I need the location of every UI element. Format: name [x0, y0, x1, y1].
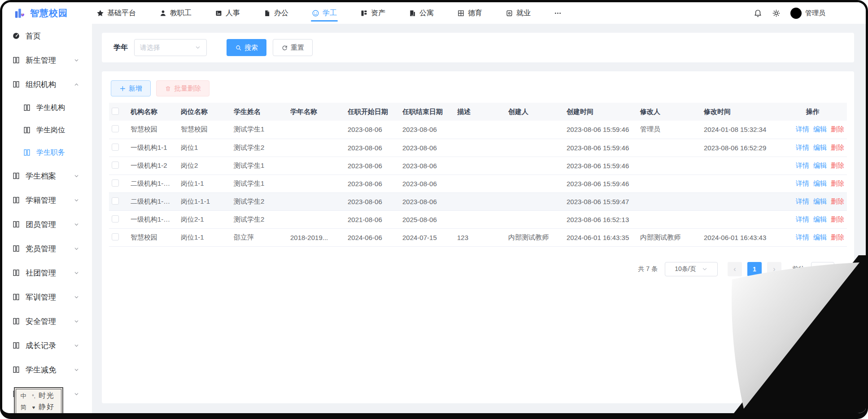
cell	[636, 175, 699, 192]
edit-link[interactable]: 编辑	[813, 233, 827, 241]
row-checkbox[interactable]	[112, 161, 119, 169]
nav-item-6[interactable]: 公寓	[409, 2, 434, 24]
detail-link[interactable]: 详情	[796, 215, 809, 223]
next-page-button[interactable]: ›	[767, 262, 781, 276]
book-icon	[12, 80, 20, 88]
sidebar-subitem-2-1[interactable]: 学生岗位	[2, 119, 92, 141]
sidebar-item-9[interactable]: 安全管理	[2, 309, 92, 333]
cell	[636, 210, 699, 228]
row-checkbox[interactable]	[112, 125, 119, 132]
row-actions: 详情编辑删除	[778, 139, 847, 157]
stamp-text: 时光	[39, 391, 59, 401]
cell: 2018-2019...	[286, 228, 343, 246]
row-actions: 详情编辑删除	[778, 157, 847, 175]
nav-item-more[interactable]	[554, 2, 562, 24]
bell-icon[interactable]	[754, 9, 762, 17]
edit-link[interactable]: 编辑	[813, 215, 827, 223]
nav-item-label: 资产	[371, 9, 385, 18]
edit-link[interactable]: 编辑	[813, 179, 827, 187]
column-header-7: 创建人	[504, 103, 562, 121]
prev-page-button[interactable]: ‹	[728, 262, 742, 276]
delete-link[interactable]: 删除	[831, 233, 844, 241]
sidebar-item-1[interactable]: 新生管理	[2, 48, 92, 72]
sidebar-subitem-2-2[interactable]: 学生职务	[2, 141, 92, 164]
book-icon	[12, 293, 20, 301]
sidebar-item-11[interactable]: 学生减免	[2, 358, 92, 382]
reset-button[interactable]: 重置	[273, 39, 313, 56]
photo-icon	[215, 9, 222, 17]
cell	[504, 192, 562, 210]
nav-item-1[interactable]: 教职工	[159, 2, 192, 24]
row-checkbox[interactable]	[112, 179, 119, 187]
search-panel: 学年 请选择 搜索 重置	[102, 33, 854, 62]
column-header-10: 修改时间	[699, 103, 778, 121]
book-icon	[23, 126, 31, 134]
batch-delete-button[interactable]: 批量删除	[156, 80, 209, 96]
sidebar-item-2[interactable]: 组织机构	[2, 72, 92, 96]
row-actions: 详情编辑删除	[778, 210, 847, 228]
sidebar-item-6[interactable]: 党员管理	[2, 236, 92, 261]
detail-link[interactable]: 详情	[796, 179, 809, 187]
nav-item-5[interactable]: 资产	[360, 2, 385, 24]
row-checkbox[interactable]	[112, 233, 119, 240]
row-checkbox[interactable]	[112, 215, 119, 223]
select-all-checkbox[interactable]	[112, 108, 119, 115]
sidebar-item-7[interactable]: 社团管理	[2, 261, 92, 285]
page-1-button[interactable]: 1	[747, 262, 762, 276]
gear-icon[interactable]	[772, 9, 781, 17]
delete-link[interactable]: 删除	[831, 144, 844, 151]
nav-item-8[interactable]: 就业	[506, 2, 531, 24]
nav-item-label: 基础平台	[107, 9, 136, 18]
page-size-select[interactable]: 10条/页	[665, 262, 718, 276]
chevron-down-icon	[195, 44, 201, 51]
chevron-down-icon	[74, 319, 79, 324]
nav-item-3[interactable]: 办公	[263, 2, 288, 24]
cell: 2023-08-06	[398, 121, 453, 139]
sidebar-item-10[interactable]: 成长记录	[2, 333, 92, 358]
cell: 一级机构1-1	[126, 139, 176, 157]
sidebar-item-label: 学生减免	[26, 365, 56, 375]
edit-link[interactable]: 编辑	[813, 161, 827, 169]
add-button[interactable]: 新增	[111, 80, 151, 96]
stamp-symbol: °,	[29, 393, 39, 399]
nav-item-2[interactable]: 人事	[215, 2, 240, 24]
cell	[286, 210, 343, 228]
user-menu[interactable]: 管理员	[790, 8, 825, 19]
delete-link[interactable]: 删除	[831, 161, 844, 169]
nav-item-label: 就业	[516, 9, 531, 18]
detail-link[interactable]: 详情	[796, 233, 809, 241]
search-button[interactable]: 搜索	[227, 39, 266, 56]
nav-item-0[interactable]: 基础平台	[96, 2, 136, 24]
detail-link[interactable]: 详情	[796, 161, 809, 169]
delete-link[interactable]: 删除	[831, 215, 844, 223]
sidebar-item-5[interactable]: 团员管理	[2, 212, 92, 236]
sidebar-subitem-2-0[interactable]: 学生机构	[2, 96, 92, 119]
kanban-icon	[360, 9, 368, 17]
delete-link[interactable]: 删除	[831, 125, 844, 133]
detail-link[interactable]: 详情	[796, 125, 809, 133]
delete-link[interactable]: 删除	[831, 179, 844, 187]
cell: 测试学生2	[229, 139, 286, 157]
sidebar-item-4[interactable]: 学籍管理	[2, 188, 92, 212]
cell: 岗位1-1-1	[176, 192, 229, 210]
trash-icon	[165, 85, 171, 92]
row-checkbox[interactable]	[112, 197, 119, 205]
delete-link[interactable]: 删除	[831, 197, 844, 205]
table-row: 二级机构1-1-2岗位1-1-1测试学生22023-08-062023-08-0…	[109, 192, 847, 210]
goto-page-input[interactable]	[811, 262, 834, 276]
app-logo[interactable]: 智慧校园	[14, 7, 68, 19]
detail-link[interactable]: 详情	[796, 197, 809, 205]
edit-link[interactable]: 编辑	[813, 144, 827, 151]
sidebar-item-0[interactable]: 首页	[2, 24, 92, 48]
edit-link[interactable]: 编辑	[813, 197, 827, 205]
nav-item-7[interactable]: 德育	[457, 2, 482, 24]
sidebar-item-3[interactable]: 学生档案	[2, 164, 92, 188]
book-icon	[12, 244, 20, 253]
nav-item-4[interactable]: 学工	[312, 2, 337, 24]
edit-link[interactable]: 编辑	[813, 125, 827, 133]
year-select[interactable]: 请选择	[134, 39, 207, 56]
sidebar-item-8[interactable]: 军训管理	[2, 285, 92, 309]
row-checkbox[interactable]	[112, 144, 119, 151]
detail-link[interactable]: 详情	[796, 144, 809, 151]
cell: 2023-08-06 15:59:46	[562, 175, 636, 192]
